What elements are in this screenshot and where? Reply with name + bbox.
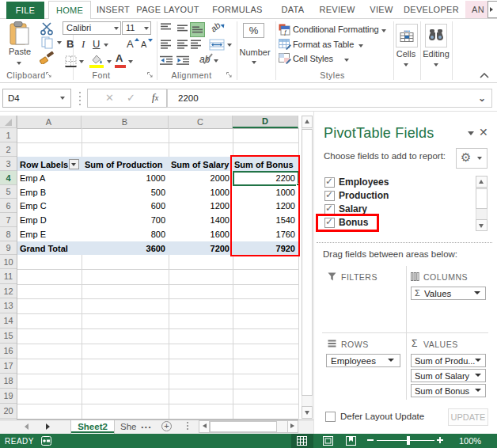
- svg-text:ƒ: ƒ: [284, 29, 287, 36]
